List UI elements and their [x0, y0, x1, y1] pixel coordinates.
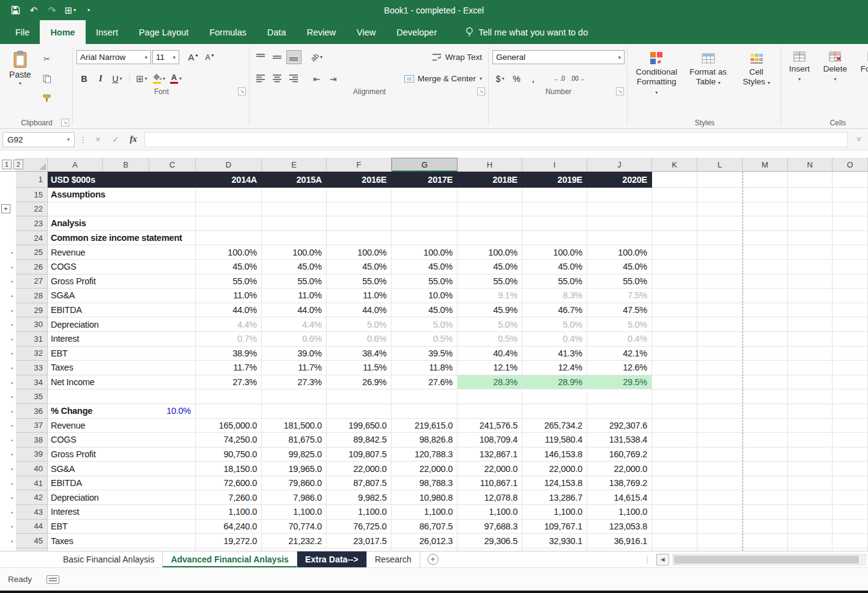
cell-value[interactable] [587, 404, 652, 419]
cell-label-row-46[interactable] [48, 548, 196, 551]
cell-empty[interactable] [743, 433, 788, 448]
cell-value[interactable]: 5.0% [327, 317, 391, 332]
cell-value[interactable] [196, 389, 262, 404]
cell-value[interactable]: 23,017.5 [327, 534, 391, 548]
cell-year-2019E[interactable]: 2019E [522, 172, 587, 188]
name-box[interactable]: G92▾ [2, 132, 75, 147]
align-middle-button[interactable] [270, 50, 285, 64]
cell-empty[interactable] [743, 347, 788, 361]
cell-value[interactable]: 5.0% [522, 317, 587, 332]
cell-value[interactable]: 110,867.1 [458, 476, 522, 491]
cell-empty[interactable] [743, 260, 788, 274]
column-header-A[interactable]: A [48, 158, 103, 172]
cell-empty[interactable] [743, 361, 788, 375]
number-dialog-launcher[interactable]: ↘ [616, 87, 624, 95]
column-header-J[interactable]: J [587, 158, 652, 172]
cell-value[interactable] [391, 548, 458, 551]
cell-value[interactable] [587, 202, 652, 217]
cell-empty[interactable] [788, 245, 833, 260]
cell-empty[interactable] [697, 534, 743, 548]
cell-value[interactable]: 131,538.4 [587, 433, 652, 448]
row-header-31[interactable]: 31 [16, 332, 48, 347]
cell-year-2018E[interactable]: 2018E [458, 172, 522, 188]
cell-empty[interactable] [788, 548, 833, 551]
cell-value[interactable] [262, 202, 327, 217]
column-header-L[interactable]: L [697, 158, 743, 172]
cell-value[interactable]: 146,153.8 [522, 448, 587, 462]
cell-empty[interactable] [833, 332, 868, 347]
cell-value[interactable] [196, 202, 262, 217]
cell-empty[interactable] [743, 216, 788, 231]
cell-value[interactable]: 0.4% [587, 332, 652, 347]
cell-empty[interactable] [697, 419, 743, 433]
cell-empty[interactable] [697, 317, 743, 332]
cell-empty[interactable] [652, 462, 697, 476]
cell-value[interactable]: 1,100.0 [196, 505, 262, 520]
cell-value[interactable] [522, 404, 587, 419]
cell-empty[interactable] [652, 361, 697, 375]
cell-empty[interactable] [788, 419, 833, 433]
font-color-button[interactable]: A ▾ [168, 72, 184, 86]
cell-value[interactable]: 45.0% [196, 260, 262, 274]
cell-empty[interactable] [652, 548, 697, 551]
cell-value[interactable]: 79,860.0 [262, 476, 327, 491]
cell-empty[interactable] [788, 462, 833, 476]
cell-value[interactable] [522, 216, 587, 231]
cell-empty[interactable] [697, 332, 743, 347]
delete-cells-button[interactable]: Delete ▾ [819, 48, 851, 117]
cell-value[interactable]: 64,240.0 [196, 520, 262, 534]
cell-value[interactable]: 265,734.2 [522, 419, 587, 433]
cell-empty[interactable] [743, 476, 788, 491]
cell-value[interactable]: 11.7% [196, 361, 262, 375]
row-header-44[interactable]: 44 [16, 520, 48, 534]
cell-label-depreciation[interactable]: Depreciation [48, 490, 196, 505]
row-header-33[interactable]: 33 [16, 361, 48, 375]
cell-year-2015A[interactable]: 2015A [262, 172, 327, 188]
cell-value[interactable] [458, 216, 522, 231]
bold-button[interactable]: B [76, 72, 92, 86]
cell-value[interactable]: 7,986.0 [262, 490, 327, 505]
cell-value[interactable]: 98,826.8 [391, 433, 458, 448]
cell-empty[interactable] [833, 361, 868, 375]
column-header-D[interactable]: D [196, 158, 262, 172]
fill-color-button[interactable]: ▾ [150, 72, 167, 86]
cell-label-change[interactable]: % Change10.0% [48, 404, 196, 419]
merge-center-button[interactable]: Merge & Center ▾ [401, 73, 486, 84]
cell-label-gross-profit[interactable]: Gross Profit [48, 274, 196, 289]
cell-value[interactable]: 55.0% [587, 274, 652, 289]
cell-empty[interactable] [652, 317, 697, 332]
cell-value[interactable] [196, 404, 262, 419]
cell-value[interactable] [522, 389, 587, 404]
cell-empty[interactable] [743, 274, 788, 289]
cell-empty[interactable] [743, 303, 788, 318]
row-header-36[interactable]: 36 [16, 404, 48, 419]
cell-label-row-35[interactable] [48, 389, 196, 404]
cell-value[interactable]: 100.0% [262, 245, 327, 260]
row-header-40[interactable]: 40 [16, 462, 48, 476]
cell-value[interactable] [391, 202, 458, 217]
sheet-tab-research[interactable]: Research [367, 551, 420, 567]
cell-empty[interactable] [697, 245, 743, 260]
cell-value[interactable]: 12,078.8 [458, 490, 522, 505]
cell-value[interactable]: 138,769.2 [587, 476, 652, 491]
cell-label-cogs[interactable]: COGS [48, 260, 196, 274]
insert-cells-button[interactable]: Insert ▾ [785, 48, 814, 117]
clipboard-dialog-launcher[interactable]: ↘ [61, 119, 69, 127]
cell-empty[interactable] [652, 188, 697, 202]
cell-value[interactable]: 123,053.8 [587, 520, 652, 534]
cell-value[interactable]: 120,788.3 [391, 448, 458, 462]
column-header-G[interactable]: G [391, 158, 458, 172]
row-header-42[interactable]: 42 [16, 490, 48, 505]
column-header-B[interactable]: B [103, 158, 149, 172]
cell-label-interest[interactable]: Interest [48, 332, 196, 347]
cell-value[interactable]: 29,306.5 [458, 534, 522, 548]
cell-value[interactable]: 45.0% [327, 260, 391, 274]
formula-input[interactable] [144, 132, 848, 147]
cell-value[interactable]: 1,100.0 [327, 505, 391, 520]
cell-value[interactable]: 22,000.0 [327, 462, 391, 476]
column-header-M[interactable]: M [743, 158, 788, 172]
cell-value[interactable]: 40.4% [458, 347, 522, 361]
row-header-28[interactable]: 28 [16, 289, 48, 303]
cell-empty[interactable] [833, 404, 868, 419]
cell-empty[interactable] [743, 534, 788, 548]
